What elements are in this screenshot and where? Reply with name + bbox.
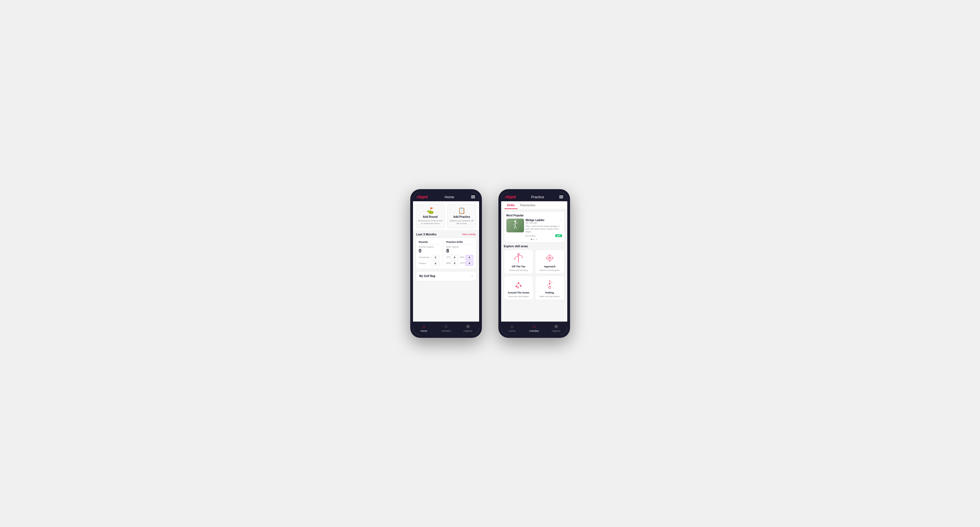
activities-nav-icon-p: ♧ <box>532 324 536 329</box>
home-nav-label: Home <box>420 330 427 332</box>
add-round-card[interactable]: ⛳ Add Round Record your shots in fast or… <box>416 204 445 228</box>
app-label: APP <box>460 256 464 259</box>
tab-drills[interactable]: Drills <box>504 201 518 209</box>
drill-info-top: Wedge Ladder 50–100 yds ☆ <box>526 219 562 225</box>
app-row: APP 4 <box>460 255 473 260</box>
logo-home: clippd <box>417 195 428 199</box>
svg-point-13 <box>522 257 523 258</box>
golf-bag-row[interactable]: My Golf Bag › <box>416 271 476 281</box>
top-bar-home: clippd Home <box>413 192 479 201</box>
activities-nav-label-p: Activities <box>529 330 539 332</box>
add-round-icon: ⛳ <box>426 207 434 214</box>
stats-divider <box>443 241 443 266</box>
ott-row: OTT 0 <box>446 255 458 260</box>
star-icon[interactable]: ☆ <box>560 219 562 222</box>
shots-dot-icon <box>526 235 528 237</box>
putting-icon-area <box>544 278 556 290</box>
drill-footer: 9 shots APP <box>526 234 562 237</box>
skill-areas-title: Explore skill areas <box>504 245 565 248</box>
add-practice-desc: Capture your practice off-the-course <box>449 219 474 225</box>
svg-point-29 <box>551 282 552 283</box>
golfer-svg <box>511 220 519 231</box>
arg-value: 0 <box>451 261 458 266</box>
activities-nav-icon: ♧ <box>444 324 448 329</box>
drills-capture-value: 8 <box>446 248 473 253</box>
skill-card-off-the-tee[interactable]: Off The Tee Power and accuracy <box>504 249 533 274</box>
home-nav-label-p: Home <box>509 330 515 332</box>
phone-practice: clippd Practice Drills Favourites Most P… <box>498 189 570 338</box>
most-popular-section: Most Popular <box>504 211 565 243</box>
putting-svg <box>544 278 556 290</box>
menu-button-home[interactable] <box>471 195 475 198</box>
stats-card: Rounds Rounds Capture 0 Tournament 0 Pra… <box>416 238 476 269</box>
svg-point-12 <box>514 259 515 260</box>
add-practice-title: Add Practice <box>453 215 470 218</box>
svg-point-0 <box>514 220 516 222</box>
chevron-right-icon: › <box>472 274 473 278</box>
home-nav-icon: ⌂ <box>423 324 425 329</box>
svg-line-3 <box>515 223 518 224</box>
practice-value: 0 <box>432 261 439 266</box>
putt-value: 4 <box>466 261 473 266</box>
nav-activities-practice[interactable]: ♧ Activities <box>527 324 541 332</box>
around-the-green-title: Around The Green <box>508 291 529 294</box>
nav-activities[interactable]: ♧ Activities <box>439 324 453 332</box>
skill-card-around-the-green[interactable]: Around The Green Hone your short game <box>504 276 533 300</box>
rounds-sub-stats: Tournament 0 Practice 0 <box>419 255 439 266</box>
activity-section-header: Last 3 Months View Activity <box>413 230 479 238</box>
view-activity-link[interactable]: View Activity <box>462 233 476 236</box>
drills-title: Practice Drills <box>446 241 473 244</box>
bottom-nav-home: ⌂ Home ♧ Activities ⊕ Capture <box>413 322 479 335</box>
svg-line-7 <box>515 256 519 257</box>
skill-card-approach[interactable]: Approach Dial-in to hit the green <box>535 249 565 274</box>
putting-desc: Make and lag practice <box>539 295 560 298</box>
svg-line-2 <box>513 224 515 225</box>
logo-practice: clippd <box>505 195 516 199</box>
tab-favourites[interactable]: Favourites <box>517 201 538 209</box>
approach-desc: Dial-in to hit the green <box>539 269 560 271</box>
ott-value: 0 <box>451 255 458 260</box>
practice-tabs: Drills Favourites <box>501 201 567 209</box>
dot-2 <box>533 239 535 240</box>
featured-drill[interactable]: Wedge Ladder 50–100 yds ☆ Play 1 shot at… <box>506 219 562 237</box>
arg-label: ARG <box>446 262 451 264</box>
svg-point-27 <box>549 281 550 282</box>
drills-block: Practice Drills Drills Capture 8 OTT 0 A… <box>446 241 473 266</box>
nav-home-practice[interactable]: ⌂ Home <box>505 324 519 332</box>
nav-home[interactable]: ⌂ Home <box>417 324 431 332</box>
arg-row: ARG 0 <box>446 261 458 266</box>
skill-grid: Off The Tee Power and accuracy <box>504 249 565 300</box>
drill-thumbnail <box>506 219 524 232</box>
app-badge: APP <box>555 234 562 237</box>
activities-nav-label: Activities <box>441 330 451 332</box>
drill-yardage: 50–100 yds <box>526 222 545 224</box>
drill-name-group: Wedge Ladder 50–100 yds <box>526 219 545 225</box>
add-practice-card[interactable]: 📋 Add Practice Capture your practice off… <box>447 204 476 228</box>
capture-nav-icon-p: ⊕ <box>554 324 558 329</box>
off-the-tee-svg <box>512 252 525 264</box>
activity-title: Last 3 Months <box>416 233 437 236</box>
approach-svg <box>544 252 556 264</box>
add-round-desc: Record your shots in fast or enhanced mo… <box>418 219 443 225</box>
menu-button-practice[interactable] <box>559 195 563 198</box>
action-cards: ⛳ Add Round Record your shots in fast or… <box>413 201 479 230</box>
skill-card-putting[interactable]: Putting Make and lag practice <box>535 276 565 300</box>
shots-info: 9 shots <box>526 235 536 237</box>
practice-label: Practice <box>419 262 426 265</box>
approach-title: Approach <box>544 265 555 268</box>
drills-sub-stats: OTT 0 APP 4 ARG 0 <box>446 255 473 266</box>
svg-point-30 <box>547 284 548 286</box>
drill-description: Play 1 shot at each target yardage. If y… <box>526 225 562 233</box>
app-value: 4 <box>466 255 473 260</box>
add-round-title: Add Round <box>423 215 438 218</box>
nav-capture-practice[interactable]: ⊕ Capture <box>549 324 563 332</box>
phone-home: clippd Home ⛳ Add Round Record your shot… <box>410 189 482 338</box>
home-nav-icon-p: ⌂ <box>511 324 514 329</box>
nav-capture[interactable]: ⊕ Capture <box>461 324 475 332</box>
putt-row: PUTT 4 <box>460 261 473 266</box>
carousel-dots <box>506 239 562 240</box>
practice-content: Most Popular <box>501 209 567 322</box>
tournament-value: 0 <box>432 255 439 260</box>
golf-bag-label: My Golf Bag <box>419 275 435 278</box>
bottom-nav-practice: ⌂ Home ♧ Activities ⊕ Capture <box>501 322 567 335</box>
